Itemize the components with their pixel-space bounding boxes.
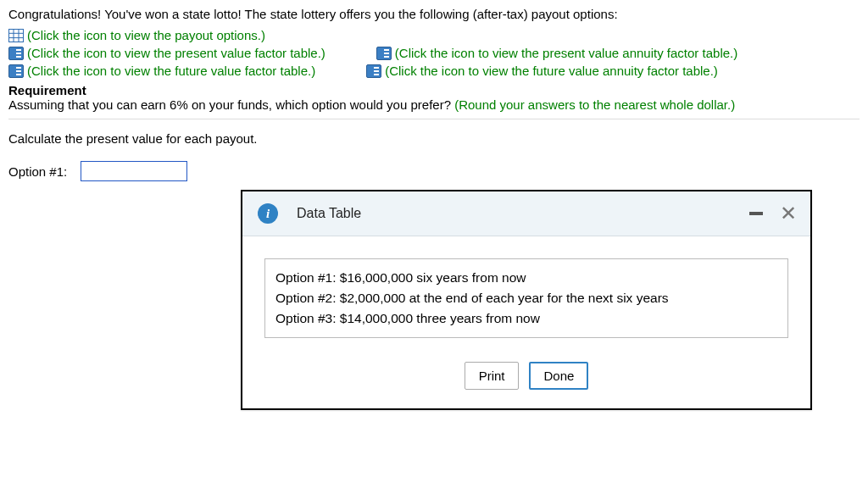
link-label: (Click the icon to view the present valu… bbox=[395, 46, 737, 60]
svg-rect-16 bbox=[16, 74, 21, 75]
link-label: (Click the icon to view the present valu… bbox=[27, 46, 326, 60]
requirement-heading: Requirement bbox=[8, 83, 860, 97]
link-pv-table[interactable]: (Click the icon to view the present valu… bbox=[8, 46, 326, 60]
svg-rect-11 bbox=[384, 53, 389, 54]
notebook-icon bbox=[8, 64, 24, 78]
svg-rect-19 bbox=[374, 70, 379, 72]
svg-rect-15 bbox=[16, 70, 21, 72]
svg-rect-12 bbox=[384, 56, 389, 58]
option1-label: Option #1: bbox=[8, 164, 67, 179]
notebook-icon bbox=[8, 47, 24, 60]
option1-input[interactable] bbox=[81, 161, 187, 181]
svg-rect-14 bbox=[16, 67, 21, 69]
svg-rect-6 bbox=[16, 49, 21, 51]
svg-rect-18 bbox=[374, 67, 379, 69]
grid-icon bbox=[8, 29, 24, 42]
svg-rect-8 bbox=[16, 56, 21, 58]
intro-text: Congratulations! You've won a state lott… bbox=[8, 7, 860, 21]
link-fv-annuity-table[interactable]: (Click the icon to view the future value… bbox=[366, 64, 718, 78]
link-label: (Click the icon to view the payout optio… bbox=[27, 28, 265, 42]
calc-instruction: Calculate the present value for each pay… bbox=[8, 131, 860, 146]
requirement-text: Assuming that you can earn 6% on your fu… bbox=[8, 97, 860, 112]
link-payout-options[interactable]: (Click the icon to view the payout optio… bbox=[8, 28, 265, 42]
link-fv-table[interactable]: (Click the icon to view the future value… bbox=[8, 64, 315, 78]
svg-rect-7 bbox=[16, 53, 21, 54]
divider bbox=[8, 119, 860, 119]
svg-rect-20 bbox=[374, 74, 379, 75]
link-label: (Click the icon to view the future value… bbox=[385, 64, 718, 78]
svg-rect-0 bbox=[9, 29, 24, 42]
notebook-icon bbox=[366, 64, 381, 78]
svg-rect-10 bbox=[384, 49, 389, 51]
link-label: (Click the icon to view the future value… bbox=[27, 64, 315, 78]
link-pv-annuity-table[interactable]: (Click the icon to view the present valu… bbox=[376, 46, 737, 60]
notebook-icon bbox=[376, 47, 392, 60]
